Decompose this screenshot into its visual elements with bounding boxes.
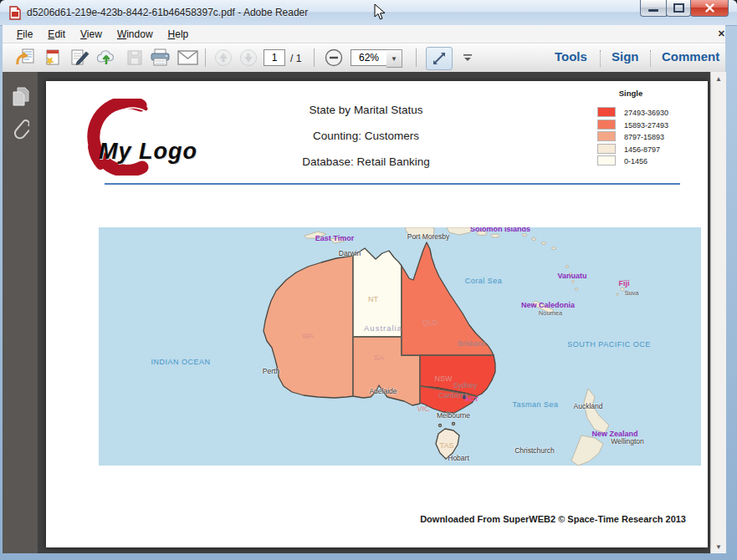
cloud-upload-button[interactable] bbox=[95, 47, 117, 69]
my-logo: My Logo bbox=[75, 99, 226, 176]
legend-range: 8797-15893 bbox=[624, 133, 691, 141]
tas-island bbox=[439, 425, 442, 427]
sign-button[interactable]: Sign bbox=[612, 49, 639, 64]
menu-help[interactable]: Help bbox=[161, 27, 197, 42]
pdf-file-icon bbox=[8, 6, 22, 20]
state-wa bbox=[264, 256, 353, 398]
footer-credit: Downloaded From SuperWEB2 © Space-Time R… bbox=[351, 514, 686, 524]
zoom-level-input[interactable] bbox=[351, 49, 387, 66]
email-button[interactable] bbox=[177, 47, 199, 69]
map-label-sa: SA bbox=[374, 354, 384, 362]
vertical-scrollbar[interactable]: ▲ ▼ bbox=[710, 72, 726, 553]
open-file-button[interactable] bbox=[14, 47, 37, 69]
toolbar-dotted-separator bbox=[650, 50, 651, 67]
report-database: Database: Retail Banking bbox=[213, 155, 519, 168]
window-title: d5206d61-219e-423b-8442-61b46458397c.pdf… bbox=[27, 7, 308, 18]
resize-diagonal-icon bbox=[431, 50, 448, 67]
map-label-act: ACT bbox=[465, 396, 479, 403]
menu-view[interactable]: View bbox=[73, 27, 110, 42]
toolbar-overflow-button[interactable] bbox=[459, 47, 476, 69]
restore-button[interactable] bbox=[666, 0, 691, 17]
legend-title: Single bbox=[597, 89, 664, 98]
menu-edit[interactable]: Edit bbox=[40, 27, 73, 42]
tas-island bbox=[453, 423, 455, 425]
legend-swatch bbox=[597, 131, 616, 141]
close-icon bbox=[705, 3, 714, 13]
state-qld bbox=[402, 242, 494, 355]
map-label-wellington: Wellington bbox=[611, 438, 644, 445]
legend-swatch bbox=[597, 107, 616, 117]
report-counting: Counting: Customers bbox=[213, 130, 519, 142]
map-label-port-moresby: Port Moresby bbox=[407, 233, 450, 241]
map-label-new-caledonia: New Caledonia bbox=[521, 302, 575, 309]
map-label-christchurch: Christchurch bbox=[514, 447, 555, 455]
map-label-vic: VIC bbox=[417, 405, 429, 413]
window-controls bbox=[641, 0, 729, 17]
map-label-suva: Suva bbox=[624, 290, 638, 297]
map-label-brisbane: Brisbane bbox=[458, 340, 486, 348]
map-label-perth: Perth bbox=[263, 368, 279, 375]
sign-document-icon bbox=[69, 48, 90, 67]
map-label-nsw: NSW bbox=[435, 375, 453, 383]
page-total-label: / 1 bbox=[290, 53, 301, 64]
mouse-cursor bbox=[374, 3, 386, 21]
page-number-input[interactable] bbox=[264, 49, 285, 66]
map-label-fiji: Fiji bbox=[619, 280, 630, 288]
tools-button[interactable]: Tools bbox=[555, 49, 587, 64]
create-pdf-button[interactable] bbox=[41, 47, 64, 69]
close-document-icon[interactable]: ✕ bbox=[718, 28, 725, 39]
attachments-paperclip-icon[interactable] bbox=[13, 118, 29, 141]
save-button[interactable] bbox=[123, 47, 146, 69]
scroll-down-arrow[interactable]: ▼ bbox=[711, 540, 726, 553]
zoom-out-button[interactable] bbox=[322, 47, 345, 69]
menu-window[interactable]: Window bbox=[110, 27, 161, 42]
legend-swatch bbox=[597, 120, 616, 130]
legend-range: 1456-8797 bbox=[624, 145, 691, 154]
previous-page-button[interactable] bbox=[212, 47, 234, 69]
map-label-australia: Australia bbox=[364, 324, 402, 333]
map-label-sydney: Sydney bbox=[453, 382, 477, 389]
map-label-melbourne: Melbourne bbox=[437, 412, 470, 420]
legend-swatch bbox=[597, 155, 616, 165]
zoom-dropdown-button[interactable]: ▼ bbox=[386, 49, 402, 68]
menu-file[interactable]: File bbox=[9, 27, 40, 42]
close-button[interactable] bbox=[690, 0, 729, 17]
page-thumbnails-icon[interactable] bbox=[12, 87, 30, 107]
map-label-canberra: Canberra bbox=[438, 392, 468, 400]
report-title: State by Marital Status bbox=[213, 104, 519, 116]
toolbar-separator bbox=[205, 48, 206, 67]
map-label-wa: WA bbox=[302, 333, 314, 340]
email-icon bbox=[177, 50, 198, 65]
fit-to-window-button[interactable] bbox=[426, 47, 453, 70]
adobe-reader-window: d5206d61-219e-423b-8442-61b46458397c.pdf… bbox=[0, 0, 737, 560]
toolbar-separator bbox=[416, 48, 417, 67]
map-label-south-pacific-oce: SOUTH PACIFIC OCE bbox=[567, 341, 650, 349]
map-label-nt: NT bbox=[368, 296, 378, 303]
map-label-qld: QLD bbox=[422, 319, 438, 327]
map-label-darwin: Darwin bbox=[339, 250, 361, 257]
scroll-up-arrow[interactable]: ▲ bbox=[711, 72, 726, 85]
legend-range: 0-1456 bbox=[624, 157, 691, 165]
cloud-upload-icon bbox=[96, 48, 116, 67]
map-label-indian-ocean: INDIAN OCEAN bbox=[151, 359, 210, 366]
map-label-hobart: Hobart bbox=[448, 455, 469, 462]
minimize-icon bbox=[648, 9, 658, 12]
map-label-noumea: Noumea bbox=[539, 310, 562, 317]
next-page-button[interactable] bbox=[237, 47, 259, 69]
map-label-solomon-islands: Solomon Islands bbox=[470, 227, 530, 233]
print-button[interactable] bbox=[149, 47, 171, 69]
minimize-button[interactable] bbox=[640, 0, 667, 17]
comment-button[interactable]: Comment bbox=[662, 49, 719, 64]
map-label-auckland: Auckland bbox=[574, 403, 603, 410]
toolbar-dotted-separator bbox=[600, 50, 601, 67]
map-label-east-timor: East Timor bbox=[315, 235, 354, 242]
map-label-tasman-sea: Tasman Sea bbox=[512, 401, 558, 409]
menu-bar: File Edit View Window Help bbox=[3, 25, 725, 43]
legend-range: 27493-36930 bbox=[624, 109, 691, 117]
map-label-coral-sea: Coral Sea bbox=[465, 277, 503, 285]
page-down-icon bbox=[239, 48, 258, 67]
title-bar[interactable]: d5206d61-219e-423b-8442-61b46458397c.pdf… bbox=[0, 0, 737, 26]
map-label-vanuatu: Vanuatu bbox=[557, 272, 586, 280]
sign-document-button[interactable] bbox=[68, 47, 90, 69]
page-up-icon bbox=[214, 48, 233, 67]
